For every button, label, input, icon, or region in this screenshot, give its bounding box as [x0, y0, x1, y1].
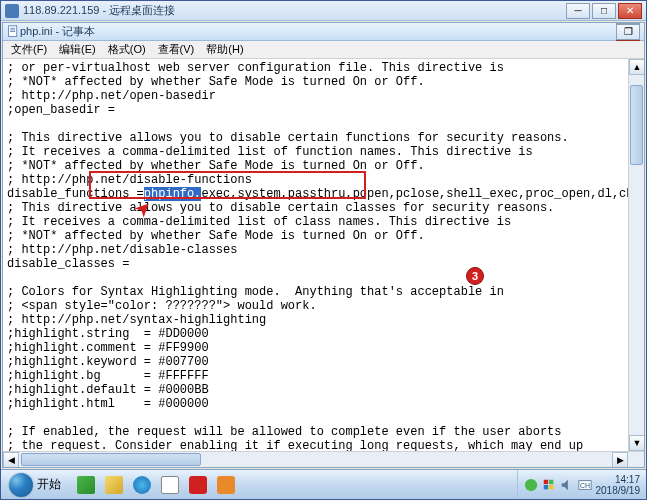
tray-flag-icon[interactable] — [542, 478, 556, 492]
vertical-scrollbar[interactable]: ▲ ▼ — [628, 59, 644, 451]
editor-text-bottom: ; This directive allows you to disable c… — [7, 201, 598, 451]
notepad-title: php.ini - 记事本 — [20, 24, 616, 39]
quicklaunch-app1[interactable] — [157, 473, 183, 497]
start-label: 开始 — [37, 476, 61, 493]
scroll-down-arrow[interactable]: ▼ — [629, 435, 644, 451]
quicklaunch-app2[interactable] — [213, 473, 239, 497]
rdp-title: 118.89.221.159 - 远程桌面连接 — [23, 3, 566, 18]
svg-rect-7 — [543, 485, 547, 489]
scroll-thumb-h[interactable] — [21, 453, 201, 466]
svg-point-4 — [524, 478, 536, 490]
quicklaunch-ie[interactable] — [129, 473, 155, 497]
selected-text: phpinfo, — [144, 187, 202, 201]
folder-icon — [105, 476, 123, 494]
rdp-titlebar: 118.89.221.159 - 远程桌面连接 ─ □ ✕ — [1, 1, 646, 21]
minimize-button[interactable]: ─ — [566, 3, 590, 19]
start-orb-icon — [9, 473, 33, 497]
maximize-button[interactable]: □ — [592, 3, 616, 19]
scroll-up-arrow[interactable]: ▲ — [629, 59, 644, 75]
clock-date: 2018/9/19 — [596, 485, 641, 496]
notepad-maximize-button[interactable]: ❐ — [616, 24, 640, 40]
tray-pcmgr-icon[interactable] — [524, 478, 538, 492]
tray-ime-icon[interactable]: CH — [578, 478, 592, 492]
editor-textarea[interactable]: ; or per-virtualhost web server configur… — [3, 59, 628, 451]
notepad-icon — [7, 25, 20, 38]
close-button[interactable]: ✕ — [618, 3, 642, 19]
editor-text-after-box: exec,proc_open,dl,chmod,escapeshellarg,e… — [489, 187, 628, 201]
svg-rect-5 — [543, 479, 547, 483]
system-tray: CH 14:17 2018/9/19 — [517, 470, 647, 499]
tray-volume-icon[interactable] — [560, 478, 574, 492]
horizontal-scrollbar[interactable]: ◀ ▶ — [3, 451, 644, 467]
tray-clock[interactable]: 14:17 2018/9/19 — [596, 474, 641, 496]
menu-format[interactable]: 格式(O) — [102, 40, 152, 59]
app1-icon — [161, 476, 179, 494]
scroll-right-arrow[interactable]: ▶ — [612, 452, 628, 468]
svg-rect-8 — [549, 485, 553, 489]
scroll-thumb-v[interactable] — [630, 85, 643, 165]
annotation-badge: 3 — [466, 267, 484, 285]
menu-help[interactable]: 帮助(H) — [200, 40, 249, 59]
svg-text:CH: CH — [579, 481, 589, 488]
clock-time: 14:17 — [596, 474, 641, 485]
menu-file[interactable]: 文件(F) — [5, 40, 53, 59]
taskbar: 开始 CH 14:17 2018/9/19 — [1, 469, 646, 499]
start-button[interactable]: 开始 — [1, 470, 69, 500]
wps-icon — [189, 476, 207, 494]
menubar: 文件(F) 编辑(E) 格式(O) 查看(V) 帮助(H) — [3, 41, 644, 59]
editor-text-after-sel: exec,system,passthru,popen,pclose,shell_ — [201, 187, 489, 201]
menu-view[interactable]: 查看(V) — [152, 40, 201, 59]
rdp-icon — [5, 4, 19, 18]
svg-rect-6 — [549, 479, 553, 483]
scroll-left-arrow[interactable]: ◀ — [3, 452, 19, 468]
menu-edit[interactable]: 编辑(E) — [53, 40, 102, 59]
quicklaunch-wps[interactable] — [185, 473, 211, 497]
ie-icon — [133, 476, 151, 494]
pcmgr-icon — [77, 476, 95, 494]
quicklaunch-explorer[interactable] — [101, 473, 127, 497]
app2-icon — [217, 476, 235, 494]
scroll-corner — [628, 452, 644, 467]
quicklaunch-pcmgr[interactable] — [73, 473, 99, 497]
editor-text-top: ; or per-virtualhost web server configur… — [7, 61, 569, 201]
notepad-titlebar: php.ini - 记事本 ─ ❐ ✕ — [3, 23, 644, 41]
